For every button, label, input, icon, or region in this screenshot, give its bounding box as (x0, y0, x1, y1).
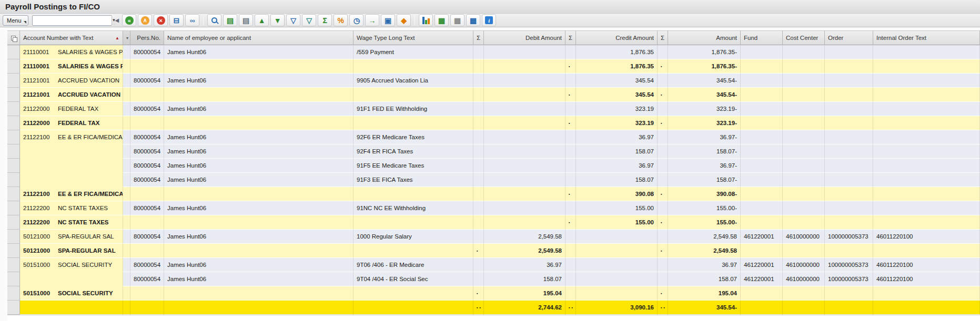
cell-name[interactable]: James Hunt06 (164, 45, 353, 59)
cell-debit[interactable] (484, 187, 565, 201)
cell-sort[interactable] (123, 144, 130, 159)
cell-internal_order_text[interactable] (873, 201, 980, 215)
cell-amount[interactable]: 158.07- (668, 173, 741, 187)
menu-button[interactable]: Menu (3, 15, 28, 26)
cell-cost_center[interactable] (783, 144, 825, 159)
cell-sort[interactable] (123, 258, 130, 272)
cell-internal_order_text[interactable] (873, 130, 980, 144)
column-header-fund[interactable]: Fund (741, 30, 783, 45)
cell-fund[interactable] (741, 173, 783, 187)
column-header-name[interactable]: Name of employee or applicant (164, 30, 353, 45)
cell-sigma_credit[interactable] (565, 173, 576, 187)
command-input[interactable] (33, 16, 112, 25)
cell-order[interactable] (825, 116, 873, 130)
cell-pers[interactable]: 80000054 (130, 102, 164, 116)
cell-pers[interactable] (130, 301, 164, 315)
column-header-pers[interactable]: Pers.No. (130, 30, 164, 45)
cell-name[interactable] (164, 215, 353, 230)
cell-account[interactable]: 21121001ACCRUED VACATION (20, 88, 123, 102)
cell-sigma_amount[interactable] (658, 45, 668, 59)
cell-sigma_credit[interactable]: ▪ (565, 116, 576, 130)
views-icon-button[interactable]: ▦ (435, 14, 449, 26)
cell-order[interactable] (825, 159, 873, 173)
cell-order[interactable] (825, 130, 873, 144)
cell-sigma_debit[interactable] (473, 116, 484, 130)
back-icon-button[interactable]: « (122, 14, 136, 26)
select-all-icon[interactable] (11, 36, 16, 40)
cell-account[interactable] (20, 173, 123, 187)
cell-fund[interactable] (741, 88, 783, 102)
cell-debit[interactable] (484, 201, 565, 215)
cell-amount[interactable]: 345.54- (668, 74, 741, 88)
column-header-sigma_credit[interactable]: Σ (565, 30, 576, 45)
cell-debit[interactable]: 36.97 (484, 258, 565, 272)
cell-name[interactable] (164, 286, 353, 301)
cell-select_all[interactable] (7, 74, 20, 88)
cell-sigma_amount[interactable]: ▪ (658, 286, 668, 301)
cell-sigma_amount[interactable] (658, 173, 668, 187)
cell-name[interactable] (164, 116, 353, 130)
cell-sigma_debit[interactable] (473, 102, 484, 116)
cell-account[interactable] (20, 301, 123, 315)
cell-pers[interactable] (130, 215, 164, 230)
cell-sort[interactable] (123, 130, 130, 144)
cell-wage[interactable]: 91F3 EE FICA Taxes (353, 173, 473, 187)
cell-sigma_credit[interactable]: ▪▪ (565, 301, 576, 315)
cell-cost_center[interactable]: 4610000000 (783, 258, 825, 272)
cell-cost_center[interactable] (783, 201, 825, 215)
cell-name[interactable]: James Hunt06 (164, 258, 353, 272)
cell-sigma_credit[interactable] (565, 272, 576, 286)
cell-sort[interactable] (123, 215, 130, 230)
cell-sigma_credit[interactable] (565, 201, 576, 215)
cell-sigma_debit[interactable] (473, 144, 484, 159)
cell-cost_center[interactable] (783, 159, 825, 173)
cell-sigma_amount[interactable]: ▪▪ (658, 301, 668, 315)
cell-order[interactable]: 100000005373 (825, 258, 873, 272)
cell-name[interactable]: James Hunt06 (164, 144, 353, 159)
cell-name[interactable]: James Hunt06 (164, 130, 353, 144)
cell-debit[interactable]: 2,549.58 (484, 230, 565, 244)
cell-fund[interactable] (741, 286, 783, 301)
cell-account[interactable] (20, 144, 123, 159)
save-layout-icon-button[interactable]: ▩ (466, 14, 480, 26)
cell-debit[interactable] (484, 74, 565, 88)
cell-select_all[interactable] (7, 102, 20, 116)
cell-cost_center[interactable] (783, 187, 825, 201)
column-header-sigma_debit[interactable]: Σ (473, 30, 484, 45)
cell-pers[interactable]: 80000054 (130, 144, 164, 159)
cell-select_all[interactable] (7, 230, 20, 244)
cell-sort[interactable] (123, 301, 130, 315)
cell-select_all[interactable] (7, 59, 20, 74)
cell-order[interactable] (825, 187, 873, 201)
print-icon-button[interactable]: ⊟ (169, 14, 184, 26)
cell-account[interactable]: 21122200NC STATE TAXES (20, 215, 123, 230)
cell-cost_center[interactable] (783, 88, 825, 102)
cell-internal_order_text[interactable] (873, 59, 980, 74)
cell-account[interactable]: 21122000FEDERAL TAX (20, 116, 123, 130)
cell-select_all[interactable] (7, 286, 20, 301)
cell-fund[interactable] (741, 187, 783, 201)
cell-sigma_credit[interactable] (565, 144, 576, 159)
cell-amount[interactable]: 158.07- (668, 144, 741, 159)
cell-pers[interactable]: 80000054 (130, 173, 164, 187)
cell-sigma_debit[interactable] (473, 230, 484, 244)
column-header-debit[interactable]: Debit Amount (484, 30, 565, 45)
cell-debit[interactable] (484, 159, 565, 173)
cell-amount[interactable]: 155.00- (668, 215, 741, 230)
column-header-internal_order_text[interactable]: Internal Order Text (873, 30, 980, 45)
cell-sort[interactable] (123, 272, 130, 286)
cell-order[interactable] (825, 173, 873, 187)
cell-fund[interactable] (741, 215, 783, 230)
cell-pers[interactable]: 80000054 (130, 201, 164, 215)
column-header-sort[interactable]: ▾ (123, 30, 130, 45)
cell-sigma_amount[interactable] (658, 130, 668, 144)
cell-wage[interactable] (353, 215, 473, 230)
cell-wage[interactable] (353, 116, 473, 130)
cell-order[interactable] (825, 45, 873, 59)
cell-select_all[interactable] (7, 301, 20, 315)
choose-layout-icon-button[interactable]: ▦ (450, 14, 464, 26)
cell-name[interactable]: James Hunt06 (164, 74, 353, 88)
export-icon-button[interactable]: → (365, 14, 379, 26)
cell-order[interactable] (825, 144, 873, 159)
cell-sigma_amount[interactable]: ▪ (658, 187, 668, 201)
